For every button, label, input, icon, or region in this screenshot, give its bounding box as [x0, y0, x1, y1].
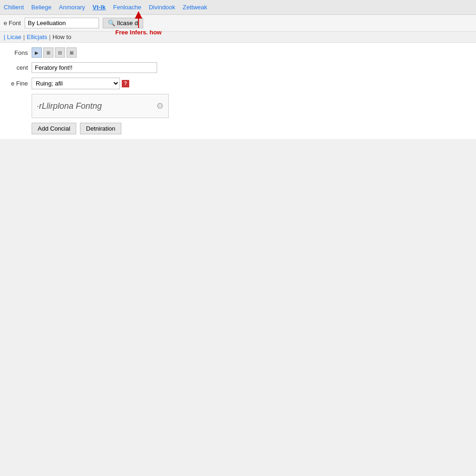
- arrow-label: Free lnfers. how: [115, 29, 162, 36]
- nav-fenloache[interactable]: Fenloache: [113, 4, 141, 11]
- nav-anmorary[interactable]: Anmorary: [59, 4, 85, 11]
- arrow-indicator: Free lnfers. how: [115, 11, 162, 36]
- fonts-label: Fons: [4, 49, 32, 56]
- recent-row: cent: [4, 62, 472, 73]
- icon-play[interactable]: ▶: [32, 47, 42, 58]
- details-button[interactable]: Detniration: [80, 123, 121, 134]
- font-preview-box: ·rLlirplona Fontng ⚙: [32, 94, 169, 118]
- add-button[interactable]: Add Concial: [32, 123, 76, 134]
- recent-input[interactable]: [32, 62, 157, 73]
- recent-label: cent: [4, 64, 32, 71]
- nav-zettweak[interactable]: Zettweak: [183, 4, 207, 11]
- fonts-icon-group: ▶ ⊞ ⊟ ⊠: [32, 47, 77, 58]
- info-icon[interactable]: ?: [122, 80, 129, 87]
- nav-divindook[interactable]: Divindook: [149, 4, 175, 11]
- fine-label: e Fine: [4, 80, 32, 87]
- breadcrumb-howto: How to: [53, 33, 71, 40]
- icon-grid1[interactable]: ⊞: [43, 47, 53, 58]
- icon-grid2[interactable]: ⊟: [55, 47, 65, 58]
- fine-select[interactable]: Ruing; afil Option 2 Option 3: [32, 78, 120, 89]
- breadcrumb-ellicjats[interactable]: Ellicjats: [26, 33, 47, 40]
- search-bar-label: e Font: [4, 20, 21, 26]
- search-bar-row: e Font 🔍 lIcase d Free lnfers. how: [0, 15, 476, 32]
- breadcrumb-separator2: |: [49, 33, 51, 40]
- arrow-line: [138, 19, 139, 28]
- nav-chilient[interactable]: Chilient: [4, 4, 24, 11]
- font-preview-text: ·rLlirplona Fontng: [37, 101, 102, 111]
- breadcrumb-separator: |: [23, 33, 25, 40]
- breadcrumb: | Licae | Ellicjats | How to: [0, 32, 476, 43]
- buttons-row: Add Concial Detniration: [32, 123, 472, 134]
- search-input[interactable]: [25, 18, 99, 28]
- arrow-up-icon: [135, 11, 142, 19]
- icon-grid3[interactable]: ⊠: [66, 47, 77, 58]
- fonts-row: Fons ▶ ⊞ ⊟ ⊠: [4, 47, 472, 58]
- top-nav: Chilient Beliege Anmorary Vt-lk Fenloach…: [0, 0, 476, 15]
- search-icon: 🔍: [108, 20, 115, 26]
- nav-vtlk[interactable]: Vt-lk: [93, 4, 106, 11]
- fine-row: e Fine Ruing; afil Option 2 Option 3 ?: [4, 78, 472, 89]
- nav-beliege[interactable]: Beliege: [31, 4, 51, 11]
- main-content: Fons ▶ ⊞ ⊟ ⊠ cent e Fine Ruing; afil Opt…: [0, 43, 476, 139]
- breadcrumb-licae[interactable]: | Licae: [4, 33, 21, 40]
- gear-icon[interactable]: ⚙: [156, 101, 164, 111]
